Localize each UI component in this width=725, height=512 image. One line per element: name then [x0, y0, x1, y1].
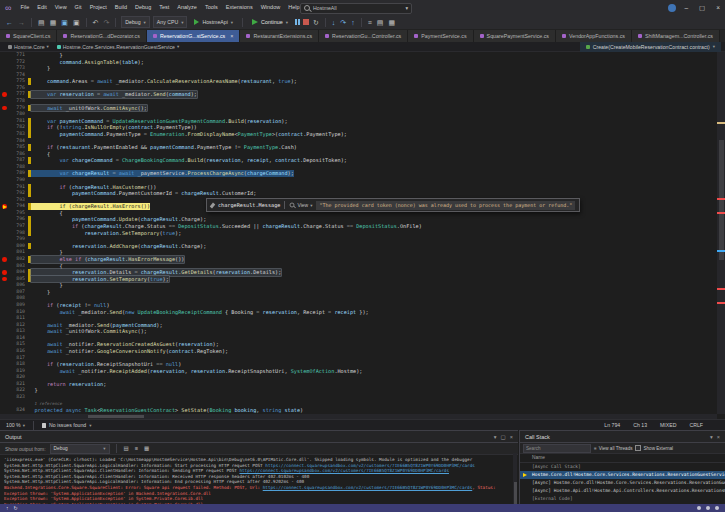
breakpoint-icon[interactable] [2, 92, 7, 97]
breakpoint-gutter[interactable] [0, 328, 9, 335]
code-line[interactable]: 822} [0, 387, 717, 394]
member-dropdown[interactable]: Create(CreateMobileReservationContract c… [580, 42, 721, 52]
code-line[interactable]: 812 await _mediator.Send(paymentCommand)… [0, 322, 717, 329]
breakpoint-gutter[interactable] [0, 302, 9, 309]
code-line[interactable]: 787 var chargeCommand = ChargeBookingCom… [0, 157, 717, 164]
notification-icon[interactable] [697, 506, 701, 510]
breakpoint-gutter[interactable] [0, 335, 9, 342]
breakpoint-gutter[interactable] [0, 322, 9, 329]
breakpoint-gutter[interactable] [0, 190, 9, 197]
code-line[interactable]: 782 if (!string.IsNullOrEmpty(contract.P… [0, 124, 717, 131]
tab-RestaurantExtensions.cs[interactable]: RestaurantExtensions.cs [240, 30, 319, 42]
code-line[interactable]: 802 else if (chargeResult.HasErrorMessag… [0, 256, 717, 263]
breakpoint-gutter[interactable] [0, 118, 9, 125]
scrollbar-thumb[interactable] [88, 415, 144, 418]
new-file-button[interactable]: ▤ [37, 15, 46, 30]
scrollbar-thumb[interactable] [514, 482, 517, 504]
tab-ReservationG...dDecorator.cs[interactable]: ReservationG...dDecorator.cs [57, 30, 146, 42]
tab-VendorAppFunctions.cs[interactable]: VendorAppFunctions.cs [556, 30, 632, 42]
code-line[interactable]: 773 } [0, 65, 717, 72]
avatar[interactable] [668, 4, 676, 12]
breakpoint-gutter[interactable] [0, 197, 9, 204]
code-line[interactable]: 777 var reservation = await _mediator.Se… [0, 91, 717, 98]
step-into-button[interactable]: ↓ [331, 15, 337, 30]
breakpoint-gutter[interactable] [0, 341, 9, 348]
code-line[interactable]: 803 { [0, 263, 717, 270]
code-line[interactable]: 810 await _mediator.Send(new UpdateBooki… [0, 309, 717, 316]
code-line[interactable]: 823 [0, 394, 717, 401]
breakpoint-gutter[interactable] [0, 223, 9, 230]
close-button[interactable]: × [713, 0, 723, 15]
clear-output-button[interactable]: ▤ [123, 441, 130, 456]
breakpoint-gutter[interactable] [0, 170, 9, 177]
code-line[interactable]: 786 { [0, 151, 717, 158]
code-line[interactable]: 783 paymentCommand.PaymentType = Enumera… [0, 131, 717, 138]
eol-indicator[interactable]: CRLF [689, 422, 703, 428]
word-wrap-button[interactable]: ≡ [134, 441, 139, 456]
datatip-view-control[interactable]: View ▾ [289, 202, 312, 208]
menu-test[interactable]: Test [155, 0, 173, 15]
menu-project[interactable]: Project [86, 0, 111, 15]
continue-button[interactable]: Continue ▾ [248, 16, 292, 28]
close-panel-icon[interactable]: × [717, 434, 720, 440]
tab-SquareClient.cs[interactable]: SquareClient.cs [0, 30, 57, 42]
breakpoint-gutter[interactable] [0, 315, 9, 322]
project-dropdown[interactable]: Hostme.Core ▾ [4, 44, 53, 50]
breakpoint-gutter[interactable] [0, 269, 9, 276]
code-line[interactable]: 775 command.Areas = await _mediator.Calc… [0, 78, 717, 85]
code-line[interactable]: 805 reservation.SetTemporary(true); [0, 276, 717, 283]
bell-icon[interactable] [715, 506, 719, 510]
code-line[interactable]: 784 [0, 138, 717, 145]
code-line[interactable]: 797 if (chargeResult.Charge.Status == De… [0, 223, 717, 230]
code-line[interactable]: 811 [0, 315, 717, 322]
save-all-button[interactable]: ▣ [72, 15, 81, 30]
indent-indicator[interactable]: MIXED [660, 422, 676, 428]
breakpoint-gutter[interactable] [0, 230, 9, 237]
menu-view[interactable]: View [51, 0, 71, 15]
sync-icon[interactable]: ↻ [14, 504, 18, 512]
breakpoint-gutter[interactable] [0, 138, 9, 145]
breakpoint-gutter[interactable] [0, 105, 9, 112]
show-external-checkbox[interactable]: Show External [635, 445, 673, 451]
code-line[interactable]: 790 [0, 177, 717, 184]
breakpoint-icon[interactable] [2, 106, 7, 111]
breakpoint-gutter[interactable] [0, 309, 9, 316]
output-log[interactable]: 'iisexpress.exe' (CoreCLR: clrhost): Loa… [0, 455, 518, 507]
open-file-button[interactable]: ▦ [49, 15, 58, 30]
code-line[interactable]: 792 paymentCommand.PaymentCustomerId = c… [0, 190, 717, 197]
callstack-frame[interactable]: [External Code] [520, 495, 725, 503]
close-panel-icon[interactable]: × [510, 434, 513, 440]
breakpoint-icon[interactable] [2, 277, 7, 282]
zoom-select[interactable]: 100 % ▾ [6, 422, 25, 428]
type-dropdown[interactable]: Hostme.Core.Services.ReservationGuestSer… [53, 44, 183, 50]
tab-PaymentService.cs[interactable]: PaymentService.cs [408, 30, 473, 42]
tab-SquarePaymentService.cs[interactable]: SquarePaymentService.cs [474, 30, 556, 42]
menu-git[interactable]: Git [71, 0, 86, 15]
save-button[interactable]: ▣ [60, 15, 69, 30]
breakpoint-gutter[interactable] [0, 164, 9, 171]
breakpoint-gutter[interactable] [0, 263, 9, 270]
code-line[interactable]: 818 if (reservation.ReceiptSnapshotUri =… [0, 361, 717, 368]
output-source-select[interactable]: Debug ▾ [50, 444, 110, 454]
step-over-button[interactable]: ↷ [339, 15, 347, 30]
close-tab-icon[interactable]: × [230, 33, 233, 39]
scrollbar-thumb[interactable] [719, 140, 724, 260]
solution-config-select[interactable]: Debug ▾ [121, 16, 150, 28]
breakpoint-gutter[interactable] [0, 368, 9, 375]
startup-project-select[interactable]: HostmeApi ▾ [190, 16, 237, 28]
view-all-threads-button[interactable]: ≡ View all Threads [594, 446, 632, 451]
code-line[interactable]: 796 paymentCommand.Update(chargeResult.C… [0, 216, 717, 223]
code-line[interactable]: 804 reservation.Details = chargeResult.G… [0, 269, 717, 276]
code-line[interactable]: 779 await _unitOfWork.CommitAsync(); [0, 105, 717, 112]
chevron-down-icon[interactable]: ▾ [494, 434, 497, 440]
code-line[interactable]: 776 [0, 85, 717, 92]
code-line[interactable]: 820 [0, 374, 717, 381]
breakpoint-gutter[interactable] [0, 401, 9, 408]
break-all-button[interactable] [295, 19, 300, 25]
breakpoint-gutter[interactable] [0, 348, 9, 355]
code-line[interactable]: 791 if (chargeResult.HasCustomer()) [0, 184, 717, 191]
menu-tools[interactable]: Tools [201, 0, 222, 15]
callstack-frame[interactable]: Hostme.Core.dll!Hostme.Core.Services.Res… [520, 471, 725, 479]
breakpoint-gutter[interactable] [0, 256, 9, 263]
code-line[interactable]: 799 [0, 236, 717, 243]
